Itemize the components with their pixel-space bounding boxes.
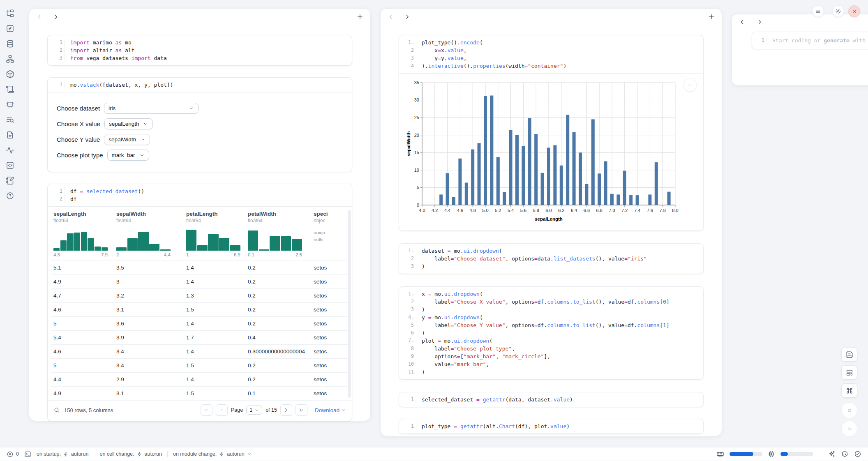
terminal-button[interactable]	[24, 451, 31, 458]
table-scrollbar[interactable]	[348, 210, 351, 398]
bar[interactable]	[478, 143, 481, 205]
bar[interactable]	[515, 135, 519, 205]
package-icon[interactable]	[5, 69, 15, 79]
cell-selected-dataset[interactable]: 1selected_dataset = getattr(data, datase…	[399, 392, 704, 407]
bar[interactable]	[465, 183, 468, 205]
bar[interactable]	[629, 195, 633, 205]
code-line[interactable]: 5 label="Choose Y value", options=df.col…	[399, 321, 703, 329]
copilot-button[interactable]	[841, 450, 849, 458]
bar[interactable]	[655, 162, 658, 205]
code-line[interactable]: 3 y=y.value,	[399, 54, 703, 62]
bar[interactable]	[439, 194, 443, 205]
bar[interactable]	[553, 145, 556, 205]
file-tree-icon[interactable]	[5, 8, 15, 18]
table-row[interactable]: 4.73.21.30.2setos	[51, 288, 349, 302]
panel-prev-button[interactable]	[739, 18, 746, 25]
activity-icon[interactable]	[5, 145, 15, 155]
table-row[interactable]: 53.41.50.2setos	[51, 358, 349, 372]
settings-button[interactable]	[832, 5, 844, 17]
on-cell-change-setting[interactable]: on cell change: autorun	[99, 451, 162, 457]
first-page-button[interactable]	[201, 404, 212, 416]
code-line[interactable]: 1selected_dataset = getattr(data, datase…	[399, 396, 703, 403]
code-line[interactable]: 3)	[399, 263, 703, 270]
file-text-icon[interactable]	[5, 130, 15, 140]
bar[interactable]	[616, 194, 620, 205]
code-line[interactable]: 1plot_type = getattr(alt.Chart(df), plot…	[399, 422, 703, 430]
bar[interactable]	[623, 171, 626, 205]
on-startup-setting[interactable]: on startup: autorun	[37, 451, 88, 457]
bar[interactable]	[585, 184, 588, 205]
column-header-petalWidth[interactable]: petalWidthfloat640.12.5	[245, 207, 311, 260]
ai-sparkles-button[interactable]	[828, 450, 836, 458]
column-header-petalLength[interactable]: petalLengthfloat6416.9	[184, 207, 245, 260]
bar[interactable]	[528, 118, 531, 205]
connection-status-icon[interactable]	[854, 450, 861, 458]
bar[interactable]	[610, 194, 614, 205]
run-button[interactable]	[841, 421, 857, 437]
code-line[interactable]: 10 value="mark_bar",	[399, 360, 703, 368]
function-square-icon[interactable]	[5, 23, 15, 33]
bar[interactable]	[547, 148, 550, 205]
code-line[interactable]: 2import altair as alt	[48, 46, 352, 54]
table-row[interactable]: 4.63.11.50.2setos	[51, 302, 349, 316]
bot-message-icon[interactable]	[5, 99, 15, 109]
empty-code-cell[interactable]: 1 Start coding or generate with	[752, 32, 868, 49]
panel-next-button[interactable]	[404, 13, 411, 21]
search-icon[interactable]	[53, 407, 60, 413]
table-row[interactable]: 4.93.11.50.1setos	[51, 386, 349, 400]
layout-button[interactable]	[841, 365, 857, 380]
chart-actions-button[interactable]	[683, 78, 697, 92]
bar[interactable]	[541, 173, 544, 205]
code-line[interactable]: 1⌄plot_type().encode(	[399, 39, 703, 46]
cell-dataset-dropdown[interactable]: 1⌄dataset = mo.ui.dropdown(2 label="Choo…	[399, 243, 704, 274]
bar[interactable]	[604, 161, 607, 205]
fold-icon[interactable]: ⌄	[412, 247, 414, 255]
stop-button[interactable]	[841, 402, 857, 418]
fold-icon[interactable]: ⌄	[412, 290, 414, 298]
cell-imports[interactable]: 1import marimo as mo2import altair as al…	[47, 35, 352, 66]
select-choose-dataset[interactable]: iris	[104, 103, 199, 114]
bar[interactable]	[560, 166, 563, 205]
code-line[interactable]: 6)	[399, 329, 703, 337]
select-choose-x-value[interactable]: sepalLength	[104, 118, 153, 129]
column-header-sepalWidth[interactable]: sepalWidthfloat6424.4	[114, 207, 184, 260]
altair-bar-chart[interactable]: 4.04.24.44.64.85.05.25.45.65.86.06.26.46…	[406, 78, 699, 227]
table-row[interactable]: 53.61.40.2setos	[51, 316, 349, 330]
code-line[interactable]: 9 options=["mark_bar", "mark_circle"],	[399, 353, 703, 360]
add-cell-button[interactable]	[708, 13, 715, 21]
bar[interactable]	[598, 173, 601, 205]
notebook-pen-icon[interactable]	[5, 175, 15, 185]
fold-icon[interactable]: ⌄	[412, 39, 414, 46]
code-line[interactable]: 7⌄plot = mo.ui.dropdown(	[399, 337, 703, 345]
on-module-change-setting[interactable]: on module change: autorun	[173, 451, 252, 457]
code-line[interactable]: 2 x=x.value,	[399, 46, 703, 54]
list-search-icon[interactable]	[5, 115, 15, 124]
cell-chart[interactable]: 1⌄plot_type().encode(2 x=x.value,3 y=y.v…	[399, 35, 704, 231]
bar[interactable]	[522, 146, 525, 205]
next-page-button[interactable]	[280, 404, 292, 416]
bar[interactable]	[496, 157, 500, 205]
code-line[interactable]: 8 label="Choose plot type",	[399, 345, 703, 353]
page-select[interactable]: 1	[246, 406, 262, 415]
panel-next-button[interactable]	[52, 13, 60, 21]
table-row[interactable]: 4.42.91.40.2setos	[51, 372, 349, 386]
scroll-icon[interactable]	[5, 84, 15, 94]
code-line[interactable]: 1⌄dataset = mo.ui.dropdown(	[399, 247, 703, 255]
code-line[interactable]: 4).interactive().properties(width="conta…	[399, 62, 703, 70]
download-button[interactable]: Download	[315, 407, 346, 413]
table-row[interactable]: 4.63.41.40.30000000000000004setos	[51, 344, 349, 358]
generate-link[interactable]: generate	[824, 37, 850, 44]
bar[interactable]	[573, 132, 576, 205]
bar[interactable]	[452, 197, 455, 205]
select-choose-plot-type[interactable]: mark_bar	[107, 150, 149, 161]
prev-page-button[interactable]	[216, 404, 228, 416]
code-line[interactable]: 1import marimo as mo	[48, 39, 352, 46]
bar[interactable]	[579, 152, 582, 205]
bar[interactable]	[591, 119, 595, 205]
bar[interactable]	[471, 150, 474, 205]
bar[interactable]	[484, 96, 487, 205]
bar[interactable]	[667, 192, 671, 205]
code-line[interactable]: 3)	[399, 306, 703, 313]
panel-next-button[interactable]	[756, 18, 763, 25]
error-indicator[interactable]: 0	[7, 451, 19, 458]
